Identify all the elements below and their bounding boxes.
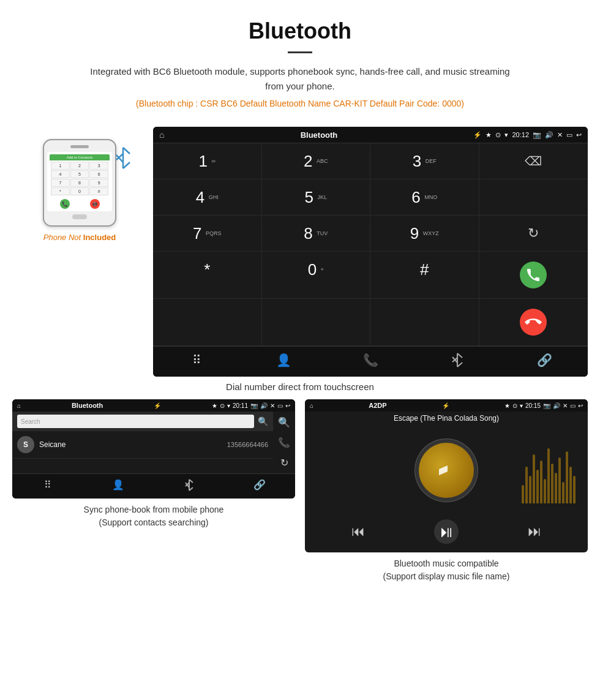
call-button-green[interactable]: [520, 262, 547, 288]
close-icon[interactable]: ✕: [557, 131, 563, 139]
dial-key-2[interactable]: 2 ABC: [262, 143, 371, 179]
dial-key-call-green[interactable]: [479, 252, 588, 299]
music-prev-icon[interactable]: ⏮: [351, 524, 365, 540]
pb-right-call-icon[interactable]: 📞: [278, 437, 290, 448]
music-caption: Bluetooth music compatible (Support disp…: [305, 552, 588, 583]
pb-bt-icon: ★: [212, 402, 217, 409]
home-icon[interactable]: ⌂: [159, 130, 164, 140]
phone-end-button: 📵: [90, 199, 100, 209]
dial-caption: Dial number direct from touchscreen: [0, 377, 600, 399]
pb-right-search-icon[interactable]: 🔍: [278, 416, 290, 428]
music-statusbar: ⌂ A2DP ⚡ ★ ⊙ ▾ 20:15 📷 🔊 ✕ ▭ ↩: [305, 399, 588, 412]
dial-keypad: 1 ∞ 2 ABC 3 DEF ⌫ 4 GHI: [153, 143, 588, 346]
page-title: Bluetooth: [12, 18, 588, 44]
pb-cam-icon[interactable]: 📷: [250, 402, 258, 409]
dial-key-call-red[interactable]: [479, 299, 588, 346]
pb-x-icon[interactable]: ✕: [270, 402, 275, 409]
pb-content: Search 🔍 S Seicane 13566664466: [12, 412, 295, 473]
music-home-icon[interactable]: ⌂: [310, 402, 313, 409]
dial-key-1[interactable]: 1 ∞: [153, 143, 262, 179]
nav-phone-icon[interactable]: 📞: [327, 353, 414, 371]
page-specs: (Bluetooth chip : CSR BC6 Default Blueto…: [12, 99, 588, 108]
bottom-screens: ⌂ Bluetooth ⚡ ★ ⊙ ▾ 20:11 📷 🔊 ✕ ▭ ↩: [0, 399, 600, 595]
pb-contact-avatar: S: [17, 436, 34, 453]
pb-contact-row[interactable]: S Seicane 13566664466: [12, 431, 273, 459]
title-divider: [288, 51, 312, 53]
music-eq-bars: [522, 437, 576, 503]
music-usb-icon: ⚡: [442, 402, 449, 409]
dial-key-hash[interactable]: #: [370, 252, 479, 299]
statusbar-right: ⚡ ★ ⊙ ▾ 20:12 📷 🔊 ✕ ▭ ↩: [473, 131, 582, 139]
music-cam-icon[interactable]: 📷: [543, 402, 550, 409]
statusbar-left: ⌂: [159, 130, 164, 140]
camera-icon[interactable]: 📷: [533, 131, 541, 139]
music-play-pause-button[interactable]: ⏯: [434, 519, 459, 544]
music-title: A2DP: [369, 402, 386, 409]
pb-search-bar: Search 🔍: [12, 412, 273, 431]
phone-screen-header: Add to Contacts: [50, 154, 110, 160]
dial-key-backspace[interactable]: ⌫: [479, 143, 588, 179]
pb-nav-link[interactable]: 🔗: [225, 479, 296, 494]
pb-search-placeholder: Search: [21, 418, 40, 425]
pb-right-refresh-icon[interactable]: ↻: [280, 457, 288, 469]
nav-bluetooth-nav-icon[interactable]: [414, 353, 501, 371]
dial-key-refresh[interactable]: ↻: [479, 216, 588, 252]
dial-key-8[interactable]: 8 TUV: [262, 216, 371, 252]
pb-win-icon[interactable]: ▭: [277, 402, 283, 409]
music-wrap: ⌂ A2DP ⚡ ★ ⊙ ▾ 20:15 📷 🔊 ✕ ▭ ↩ Escape (T…: [305, 399, 588, 583]
pb-nav-bt[interactable]: [154, 479, 225, 494]
music-vol-icon[interactable]: 🔊: [553, 402, 560, 409]
pb-sig-icon: ▾: [227, 402, 230, 409]
main-content-top: Add to Contacts 123 456 789 *0# 📞 📵 Phon…: [0, 121, 600, 377]
volume-icon[interactable]: 🔊: [545, 131, 553, 139]
music-x-icon[interactable]: ✕: [563, 402, 568, 409]
dial-key-6[interactable]: 6 MNO: [370, 179, 479, 216]
pb-main: Search 🔍 S Seicane 13566664466: [12, 412, 273, 473]
dial-screen: ⌂ Bluetooth ⚡ ★ ⊙ ▾ 20:12 📷 🔊 ✕ ▭ ↩: [153, 127, 588, 377]
dial-key-7[interactable]: 7 PQRS: [153, 216, 262, 252]
pb-title: Bluetooth: [72, 402, 103, 409]
music-caption-line1: Bluetooth music compatible: [305, 557, 588, 570]
svg-line-1: [123, 148, 130, 154]
music-back-icon[interactable]: ↩: [578, 402, 583, 409]
pb-statusbar: ⌂ Bluetooth ⚡ ★ ⊙ ▾ 20:11 📷 🔊 ✕ ▭ ↩: [12, 399, 295, 412]
call-button-red[interactable]: [520, 309, 547, 336]
music-win-icon[interactable]: ▭: [570, 402, 576, 409]
pb-time: 20:11: [233, 402, 248, 409]
music-play-icon: ⏯: [438, 522, 454, 541]
statusbar-title: Bluetooth: [301, 130, 338, 140]
nav-contacts-icon[interactable]: 👤: [240, 353, 327, 371]
time-display: 20:12: [512, 131, 529, 138]
svg-line-6: [457, 353, 462, 358]
dial-key-3[interactable]: 3 DEF: [370, 143, 479, 179]
nav-keypad-icon[interactable]: ⠿: [153, 353, 240, 371]
dial-bottom-nav: ⠿ 👤 📞 🔗: [153, 346, 588, 377]
music-next-icon[interactable]: ⏭: [528, 524, 541, 540]
page-description: Integrated with BC6 Bluetooth module, su…: [86, 64, 514, 94]
dial-key-4[interactable]: 4 GHI: [153, 179, 262, 216]
phone-not-included-label: Phone Not Included: [43, 233, 116, 242]
pb-right-icons: 🔍 📞 ↻: [273, 412, 295, 473]
pb-nav-contacts[interactable]: 👤: [83, 479, 154, 494]
dial-key-5[interactable]: 5 JKL: [262, 179, 371, 216]
pb-nav-keypad[interactable]: ⠿: [12, 479, 83, 494]
back-icon[interactable]: ↩: [576, 131, 582, 139]
pb-contact-number: 13566664466: [227, 441, 268, 448]
phone-mock: Add to Contacts 123 456 789 *0# 📞 📵: [43, 139, 116, 227]
dial-key-star[interactable]: *: [153, 252, 262, 299]
pb-back-icon[interactable]: ↩: [285, 402, 290, 409]
dial-key-0[interactable]: 0 +: [262, 252, 371, 299]
dial-key-empty-end-1: [153, 299, 262, 346]
nav-link-icon[interactable]: 🔗: [501, 353, 588, 371]
usb-icon: ⚡: [473, 131, 482, 139]
phone-illustration: Add to Contacts 123 456 789 *0# 📞 📵 Phon…: [12, 127, 147, 242]
pb-search-input[interactable]: Search: [17, 415, 254, 428]
phonebook-wrap: ⌂ Bluetooth ⚡ ★ ⊙ ▾ 20:11 📷 🔊 ✕ ▭ ↩: [12, 399, 295, 583]
svg-line-3: [123, 162, 130, 168]
pb-home-icon[interactable]: ⌂: [17, 402, 21, 409]
dial-key-9[interactable]: 9 WXYZ: [370, 216, 479, 252]
pb-vol-icon[interactable]: 🔊: [260, 402, 268, 409]
pb-search-icon[interactable]: 🔍: [258, 416, 268, 426]
phone-speaker: [70, 145, 89, 148]
window-icon[interactable]: ▭: [566, 131, 572, 139]
